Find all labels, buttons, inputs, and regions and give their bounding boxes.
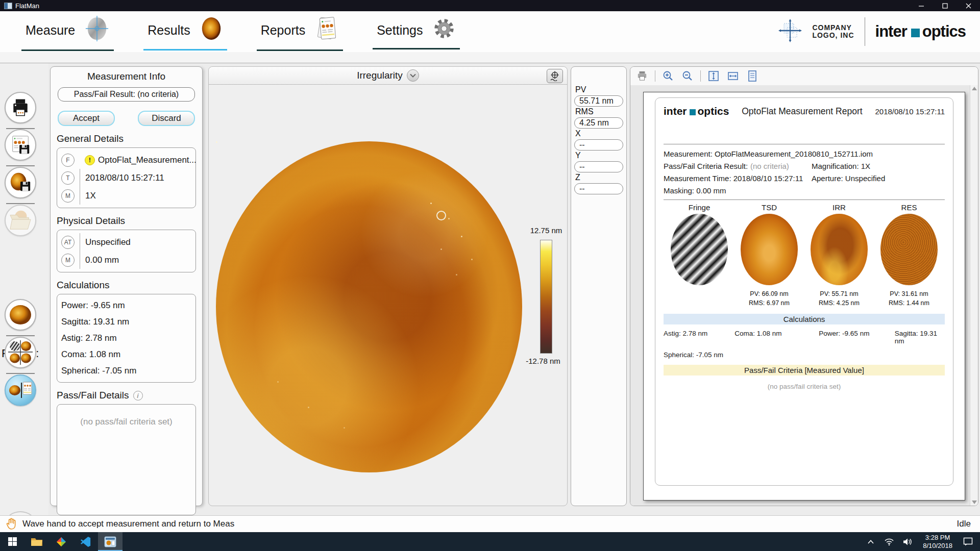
report-brand-right: optics <box>698 105 729 117</box>
y-value: -- <box>574 161 623 172</box>
interoptics-logo: inter optics <box>875 22 966 41</box>
info-icon[interactable]: i <box>133 391 143 400</box>
settings-gear-icon <box>432 17 456 43</box>
maximize-button[interactable] <box>933 0 957 11</box>
report-brand-square-icon <box>690 109 696 115</box>
zoom-out-button[interactable] <box>681 69 694 83</box>
measurement-info-panel: Measurement Info Pass/Fail Result: (no c… <box>50 66 203 506</box>
fit-page-icon <box>708 70 719 82</box>
window-title: FlatMan <box>15 2 39 10</box>
windows-taskbar: 3:28 PM 8/10/2018 <box>0 532 980 551</box>
accept-button[interactable]: Accept <box>58 111 115 126</box>
file-explorer-button[interactable] <box>24 532 49 551</box>
passfail-result-button[interactable]: Pass/Fail Result: (no criteria) <box>58 87 195 102</box>
tab-reports[interactable]: Reports <box>257 12 344 51</box>
report-print-button[interactable] <box>635 69 649 83</box>
title-bar: FlatMan <box>0 0 980 11</box>
scroll-up-icon <box>972 87 977 90</box>
app-icon <box>4 3 12 9</box>
pv-label: PV <box>575 85 586 94</box>
flatman-taskbar-button[interactable] <box>98 532 122 551</box>
x-value: -- <box>574 139 623 151</box>
wifi-tray-icon[interactable] <box>882 532 896 551</box>
tab-measure[interactable]: Measure <box>21 12 114 51</box>
surface-view-panel: Irregularity 12.75 nm -12.78 nm <box>208 66 568 506</box>
report-time-field: Measurement Time: 2018/08/10 15:27:11 <box>664 174 812 183</box>
z-label: Z <box>575 173 580 182</box>
panel-result-report-view-button[interactable] <box>5 374 36 406</box>
masking-row: M 0.00 mm <box>61 251 191 269</box>
heatmap-speckles <box>216 141 217 143</box>
volume-tray-icon[interactable] <box>900 532 915 551</box>
res-label: RES <box>874 203 944 212</box>
centroid-target-button[interactable] <box>547 69 563 83</box>
tab-results[interactable]: Results <box>143 13 227 51</box>
panel-quad-view-button[interactable] <box>5 337 36 368</box>
res-thumbnail-cell: RES PV: 31.61 nmRMS: 1.44 nm <box>874 203 944 308</box>
save-report-button[interactable] <box>5 129 36 161</box>
fringe-thumbnail <box>671 214 728 285</box>
report-interoptics-logo: inter optics <box>664 105 729 117</box>
save-measurement-button[interactable] <box>5 167 36 198</box>
zoom-out-icon <box>682 70 693 82</box>
report-passfail-note: (no pass/fail criteria set) <box>664 383 945 390</box>
discard-button[interactable]: Discard <box>138 111 195 126</box>
fit-width-button[interactable] <box>726 69 740 83</box>
report-divider <box>664 144 945 144</box>
header-divider <box>865 17 865 46</box>
general-details-box: F ! OptoFlat_Measurement... T 2018/08/10… <box>57 147 196 208</box>
report-content-frame: inter optics OptoFlat Measurement Report… <box>655 97 953 486</box>
minimize-button[interactable] <box>910 0 933 11</box>
status-bar: Wave hand to accept measurement and retu… <box>0 515 980 532</box>
file-name: OptoFlat_Measurement... <box>98 155 197 165</box>
tsd-thumbnail-cell: TSD PV: 66.09 nmRMS: 6.97 nm <box>734 203 804 308</box>
tray-expand-button[interactable] <box>864 532 878 551</box>
calculations-box: Power: -9.65 nm Sagitta: 19.31 nm Astig:… <box>57 294 196 383</box>
report-passfail-value: (no criteria) <box>750 162 812 170</box>
open-folder-icon <box>8 209 33 232</box>
report-toolbar <box>630 67 978 86</box>
report-coma: Coma: 1.08 nm <box>734 330 819 345</box>
start-button[interactable] <box>0 532 24 551</box>
pv-value: 55.71 nm <box>574 95 623 107</box>
single-page-button[interactable] <box>746 69 759 83</box>
quad-panel-icon <box>8 340 33 365</box>
masking-value: 0.00 mm <box>85 255 119 265</box>
report-title: OptoFlat Measurement Report <box>729 106 875 117</box>
physical-details-heading: Physical Details <box>57 215 202 227</box>
wifi-icon <box>885 538 894 545</box>
report-power: Power: -9.65 nm <box>819 330 894 345</box>
view-selector-dropdown[interactable] <box>407 69 419 82</box>
z-value: -- <box>574 183 623 194</box>
chevron-down-icon <box>410 73 416 78</box>
fit-page-button[interactable] <box>707 69 720 83</box>
print-button[interactable] <box>5 92 36 123</box>
report-passfail-band: Pass/Fail Criteria [Measured Value] <box>664 365 945 375</box>
open-measurement-button[interactable] <box>5 205 36 236</box>
vscode-button[interactable] <box>74 532 98 551</box>
report-preview-panel: inter optics OptoFlat Measurement Report… <box>630 66 978 506</box>
taskbar-clock[interactable]: 3:28 PM 8/10/2018 <box>919 534 957 550</box>
fringe-thumbnail-cell: Fringe <box>665 203 734 308</box>
action-center-button[interactable] <box>961 532 975 551</box>
tab-settings[interactable]: Settings <box>373 14 459 49</box>
calculations-heading: Calculations <box>57 280 202 291</box>
reference-marker-circle <box>436 211 446 220</box>
panel-single-view-button[interactable] <box>5 299 36 331</box>
zoom-in-button[interactable] <box>662 69 675 83</box>
time-badge: T <box>61 171 75 185</box>
report-brand-left: inter <box>664 105 687 117</box>
rail-separator <box>6 203 35 204</box>
chevron-up-icon <box>868 540 874 544</box>
aperture-value: Unspecified <box>85 237 131 247</box>
report-calculations-row: Astig: 2.78 nm Coma: 1.08 nm Power: -9.6… <box>664 330 945 345</box>
report-scrollbar[interactable] <box>970 85 978 506</box>
passfail-empty-note: (no pass/fail criteria set) <box>80 417 172 427</box>
general-details-heading: General Details <box>57 133 202 144</box>
pinned-app-button[interactable] <box>49 532 74 551</box>
res-thumbnail <box>880 214 938 285</box>
time-row: T 2018/08/10 15:27:11 <box>61 169 191 187</box>
sub-header-strip <box>0 52 980 63</box>
close-button[interactable] <box>957 0 980 11</box>
tab-reports-label: Reports <box>261 23 306 38</box>
